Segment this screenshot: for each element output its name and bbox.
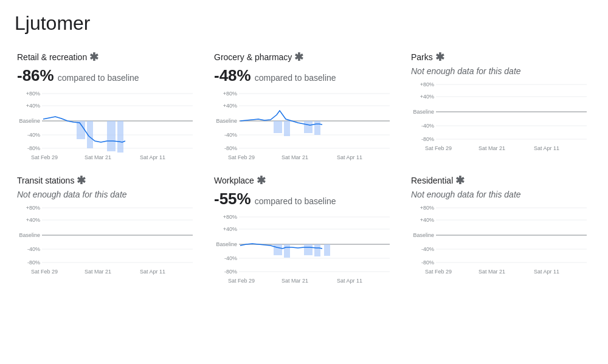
svg-text:+40%: +40%: [420, 217, 434, 223]
no-data-label-residential: Not enough data for this date: [411, 190, 591, 199]
svg-text:Sat Apr 11: Sat Apr 11: [337, 154, 362, 160]
svg-text:-40%: -40%: [421, 123, 434, 129]
svg-text:+80%: +80%: [26, 205, 40, 211]
asterisk-icon: ✱: [257, 174, 266, 187]
no-data-label-parks: Not enough data for this date: [411, 66, 591, 76]
svg-rect-71: [284, 244, 290, 258]
card-grocery: Grocery & pharmacy ✱-48%compared to base…: [212, 46, 396, 163]
svg-text:Sat Apr 11: Sat Apr 11: [337, 278, 362, 284]
svg-text:Sat Apr 11: Sat Apr 11: [140, 154, 165, 160]
card-title-residential: Residential ✱: [411, 174, 591, 187]
svg-text:Sat Mar 21: Sat Mar 21: [282, 278, 308, 284]
asterisk-icon: ✱: [455, 174, 465, 187]
svg-text:Sat Mar 21: Sat Mar 21: [478, 145, 505, 151]
asterisk-icon: ✱: [77, 174, 86, 187]
svg-rect-28: [284, 121, 290, 136]
svg-text:Sat Apr 11: Sat Apr 11: [534, 269, 559, 275]
card-title-workplace: Workplace ✱: [214, 174, 394, 187]
svg-rect-30: [314, 121, 320, 135]
svg-text:-80%: -80%: [224, 269, 237, 275]
svg-text:Baseline: Baseline: [413, 109, 434, 115]
svg-text:Sat Feb 29: Sat Feb 29: [31, 154, 58, 160]
cards-grid: Retail & recreation ✱-86%compared to bas…: [15, 46, 593, 286]
chart-parks: +80%+40%Baseline-40%-80%Sat Feb 29Sat Ma…: [411, 78, 591, 151]
svg-text:Baseline: Baseline: [19, 118, 40, 124]
svg-text:Sat Mar 21: Sat Mar 21: [282, 154, 308, 160]
svg-text:Sat Feb 29: Sat Feb 29: [228, 154, 255, 160]
card-value-grocery: -48%compared to baseline: [214, 66, 394, 85]
svg-rect-29: [304, 121, 313, 133]
card-title-transit: Transit stations ✱: [17, 174, 197, 187]
svg-text:Baseline: Baseline: [216, 241, 237, 247]
svg-text:+80%: +80%: [26, 91, 40, 97]
chart-residential: +80%+40%Baseline-40%-80%Sat Feb 29Sat Ma…: [411, 202, 591, 275]
svg-text:-40%: -40%: [27, 246, 40, 252]
card-workplace: Workplace ✱-55%compared to baseline+80%+…: [212, 169, 396, 286]
svg-text:+80%: +80%: [420, 205, 434, 211]
svg-text:+40%: +40%: [223, 103, 237, 109]
card-value-retail: -86%compared to baseline: [17, 66, 197, 85]
svg-text:-80%: -80%: [421, 136, 434, 142]
svg-text:-40%: -40%: [27, 132, 40, 138]
asterisk-icon: ✱: [294, 50, 303, 64]
asterisk-icon: ✱: [435, 50, 444, 64]
svg-rect-70: [274, 244, 282, 255]
svg-text:Sat Feb 29: Sat Feb 29: [31, 269, 58, 275]
svg-text:+80%: +80%: [223, 91, 237, 97]
svg-text:+40%: +40%: [223, 226, 237, 232]
chart-grocery: +80%+40%Baseline-40%-80%Sat Feb 29Sat Ma…: [214, 88, 394, 160]
svg-text:-40%: -40%: [224, 255, 237, 261]
svg-text:Sat Mar 21: Sat Mar 21: [85, 154, 111, 160]
svg-rect-27: [274, 121, 282, 133]
svg-text:Sat Mar 21: Sat Mar 21: [85, 269, 111, 275]
svg-text:+40%: +40%: [26, 217, 40, 223]
chart-retail: +80%+40%Baseline-40%-80%Sat Feb 29Sat Ma…: [17, 88, 197, 160]
svg-text:+80%: +80%: [223, 214, 237, 220]
svg-rect-10: [77, 121, 85, 139]
asterisk-icon: ✱: [89, 50, 98, 64]
svg-rect-13: [117, 121, 123, 153]
chart-transit: +80%+40%Baseline-40%-80%Sat Feb 29Sat Ma…: [17, 202, 197, 275]
card-title-retail: Retail & recreation ✱: [17, 50, 197, 64]
svg-text:Sat Feb 29: Sat Feb 29: [228, 278, 255, 284]
svg-text:-40%: -40%: [224, 132, 237, 138]
svg-text:Baseline: Baseline: [216, 118, 237, 124]
svg-rect-12: [107, 121, 116, 151]
card-residential: Residential ✱Not enough data for this da…: [409, 169, 593, 286]
svg-text:Baseline: Baseline: [413, 232, 434, 238]
svg-text:-40%: -40%: [421, 246, 434, 252]
svg-rect-72: [304, 244, 313, 255]
svg-text:Baseline: Baseline: [19, 232, 40, 238]
chart-workplace: +80%+40%Baseline-40%-80%Sat Feb 29Sat Ma…: [214, 211, 394, 284]
card-parks: Parks ✱Not enough data for this date+80%…: [409, 46, 593, 163]
card-value-workplace: -55%compared to baseline: [214, 190, 394, 208]
svg-rect-73: [314, 244, 320, 256]
svg-text:Sat Mar 21: Sat Mar 21: [478, 269, 505, 275]
svg-text:-80%: -80%: [27, 145, 40, 151]
svg-text:Sat Feb 29: Sat Feb 29: [425, 145, 452, 151]
svg-text:Sat Feb 29: Sat Feb 29: [425, 269, 452, 275]
svg-rect-74: [324, 244, 330, 256]
svg-text:-80%: -80%: [224, 145, 237, 151]
card-transit: Transit stations ✱Not enough data for th…: [15, 169, 199, 286]
svg-text:+40%: +40%: [26, 103, 40, 109]
svg-text:-80%: -80%: [421, 259, 434, 266]
svg-text:Sat Apr 11: Sat Apr 11: [534, 145, 559, 151]
no-data-label-transit: Not enough data for this date: [17, 190, 197, 199]
card-title-parks: Parks ✱: [411, 50, 591, 64]
svg-text:+40%: +40%: [420, 94, 434, 100]
card-retail: Retail & recreation ✱-86%compared to bas…: [15, 46, 199, 163]
card-title-grocery: Grocery & pharmacy ✱: [214, 50, 394, 64]
svg-text:Sat Apr 11: Sat Apr 11: [140, 269, 165, 275]
page-title: Ljutomer: [15, 12, 593, 35]
svg-text:+80%: +80%: [420, 81, 434, 88]
svg-text:-80%: -80%: [27, 259, 40, 266]
